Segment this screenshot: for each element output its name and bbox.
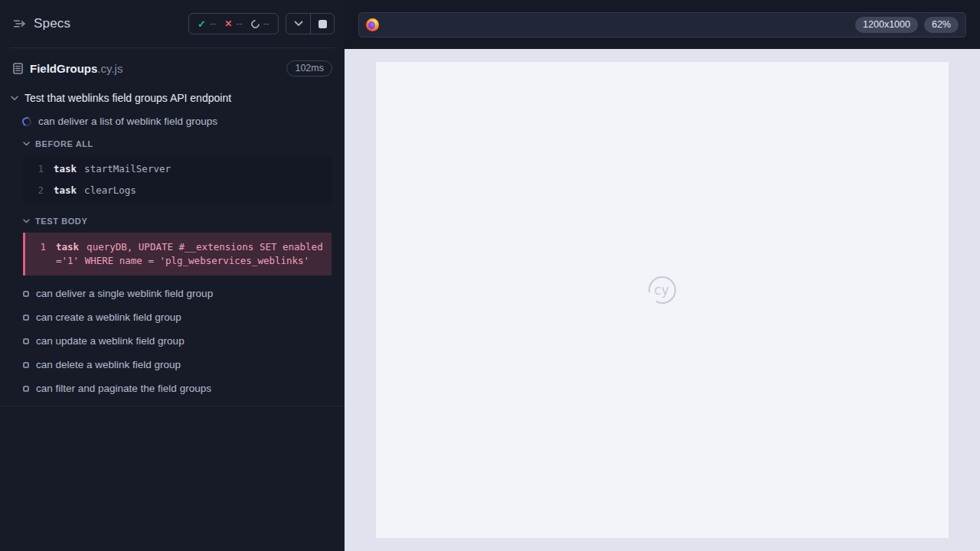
command-content: taskclearLogs xyxy=(54,184,136,197)
check-icon: ✓ xyxy=(198,18,206,30)
pending-test-icon xyxy=(23,338,29,344)
tree-divider xyxy=(0,406,345,406)
specs-header-left: Specs xyxy=(10,16,70,31)
pending-test-row[interactable]: can filter and paginate the field groups xyxy=(0,383,345,394)
pending-test-icon xyxy=(23,291,29,297)
pending-test-row[interactable]: can create a weblink field group xyxy=(0,311,345,323)
specs-header-controls: ✓ -- ✕ -- -- xyxy=(188,13,335,34)
specs-list-toggle-icon[interactable] xyxy=(13,18,26,29)
command-row-active[interactable]: 1 taskqueryDB, UPDATE #__extensions SET … xyxy=(25,236,332,272)
pending-test-icon xyxy=(23,362,29,368)
chevron-down-icon xyxy=(294,21,303,27)
firefox-icon xyxy=(366,18,379,31)
run-controls xyxy=(286,13,335,34)
address-bar[interactable]: 1200x1000 62% xyxy=(358,12,966,37)
running-count: -- xyxy=(263,18,270,29)
command-number: 1 xyxy=(23,162,54,176)
command-message: queryDB, UPDATE #__extensions SET enable… xyxy=(56,241,323,266)
spinner-icon xyxy=(21,116,32,127)
stop-icon xyxy=(318,20,327,28)
spec-file-name: FieldGroups.cy.js xyxy=(30,62,122,76)
hook-test-body[interactable]: TEST BODY xyxy=(0,217,345,226)
chevron-down-icon xyxy=(11,96,18,101)
viewport-size-badge[interactable]: 1200x1000 xyxy=(855,17,918,33)
spec-duration-badge: 102ms xyxy=(286,60,332,77)
svg-text:cy: cy xyxy=(654,282,668,298)
aut-background: cy xyxy=(345,49,980,551)
pending-test-row[interactable]: can deliver a single weblink field group xyxy=(0,288,345,299)
command-number: 2 xyxy=(23,184,54,197)
hook-before-all[interactable]: BEFORE ALL xyxy=(0,139,345,148)
stat-running: -- xyxy=(251,18,270,29)
runner-panel: 1200x1000 62% cy xyxy=(345,0,980,551)
command-method: task xyxy=(54,184,77,196)
stat-passed: ✓ -- xyxy=(198,18,216,30)
reporter-sidebar: Specs ✓ -- ✕ -- -- xyxy=(0,0,345,551)
cross-icon: ✕ xyxy=(224,18,232,29)
hook-label: TEST BODY xyxy=(35,217,87,226)
passed-count: -- xyxy=(210,18,216,29)
specs-header: Specs ✓ -- ✕ -- -- xyxy=(10,0,335,48)
runner-header: 1200x1000 62% xyxy=(345,0,980,49)
command-method: task xyxy=(54,163,77,174)
chevron-down-icon xyxy=(23,142,30,146)
command-block-before-all: 1 taskstartMailServer 2 taskclearLogs xyxy=(23,155,332,204)
spec-file-row[interactable]: FieldGroups.cy.js 102ms xyxy=(0,48,345,81)
stat-failed: ✕ -- xyxy=(224,18,242,29)
pending-test-row[interactable]: can delete a weblink field group xyxy=(0,359,345,370)
chevron-down-icon xyxy=(23,219,30,223)
aut-iframe: cy xyxy=(376,62,949,538)
running-test-title: can deliver a list of weblink field grou… xyxy=(38,116,217,127)
spec-file-icon xyxy=(13,63,23,74)
pending-test-icon xyxy=(23,315,29,321)
hook-label: BEFORE ALL xyxy=(35,139,93,148)
command-message: startMailServer xyxy=(84,163,171,174)
command-row[interactable]: 2 taskclearLogs xyxy=(23,180,332,201)
specs-title: Specs xyxy=(34,16,70,31)
command-row[interactable]: 1 taskstartMailServer xyxy=(23,158,332,180)
test-tree: Test that weblinks field groups API endp… xyxy=(0,81,345,406)
failed-count: -- xyxy=(236,18,242,29)
pending-test-row[interactable]: can update a weblink field group xyxy=(0,335,345,347)
command-number: 1 xyxy=(25,240,56,268)
command-block-test-body: 1 taskqueryDB, UPDATE #__extensions SET … xyxy=(23,233,332,276)
command-message: clearLogs xyxy=(84,184,136,196)
stop-run-button[interactable] xyxy=(310,14,334,34)
command-content: taskqueryDB, UPDATE #__extensions SET en… xyxy=(56,240,325,268)
collapse-specs-button[interactable] xyxy=(286,14,310,34)
command-content: taskstartMailServer xyxy=(54,162,171,176)
viewport-zoom-badge[interactable]: 62% xyxy=(924,17,959,33)
pending-test-icon xyxy=(23,386,29,392)
suite-title: Test that weblinks field groups API endp… xyxy=(24,92,231,104)
running-test-row[interactable]: can deliver a list of weblink field grou… xyxy=(0,116,345,127)
command-method: task xyxy=(56,241,79,253)
suite-row[interactable]: Test that weblinks field groups API endp… xyxy=(0,92,345,104)
running-icon xyxy=(249,18,261,30)
run-stats: ✓ -- ✕ -- -- xyxy=(188,13,279,34)
cypress-watermark-icon: cy xyxy=(646,274,678,309)
